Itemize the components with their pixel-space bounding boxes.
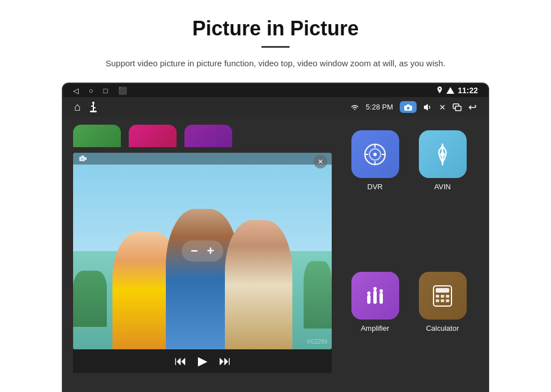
signal-icon xyxy=(446,87,454,94)
skip-back-btn[interactable]: ⏮ xyxy=(174,354,187,368)
svg-point-2 xyxy=(92,102,94,104)
app-label-avin: AVIN xyxy=(434,183,450,191)
pip-cam-icon xyxy=(79,156,87,162)
svg-rect-38 xyxy=(446,299,449,302)
app-item-dvr[interactable]: DVR xyxy=(345,130,405,264)
svg-rect-5 xyxy=(90,111,97,112)
pip-controls: − + xyxy=(182,240,223,262)
usb-icon xyxy=(89,102,98,113)
tree-left xyxy=(73,271,107,327)
svg-rect-37 xyxy=(441,299,444,302)
pip-video: − + ✕ VG2299 xyxy=(73,153,332,349)
title-divider xyxy=(261,46,290,48)
svg-point-13 xyxy=(81,158,83,160)
svg-point-28 xyxy=(367,291,371,295)
svg-rect-11 xyxy=(455,106,461,111)
camera-icon xyxy=(404,104,413,111)
app-label-dvr: DVR xyxy=(367,183,382,191)
home-icon[interactable]: ⌂ xyxy=(74,101,81,113)
svg-point-24 xyxy=(440,152,445,157)
partial-apps-row xyxy=(73,125,332,147)
watermark: VG2299 xyxy=(306,339,327,345)
home-nav-icon[interactable]: ○ xyxy=(89,86,93,95)
back-nav-icon[interactable]: ◁ xyxy=(73,86,79,95)
partial-app-green[interactable] xyxy=(73,125,121,147)
pip-container: − + ✕ VG2299 ⏮ ▶ ⏭ xyxy=(73,153,332,392)
partial-app-pink[interactable] xyxy=(129,125,177,147)
app-item-avin[interactable]: AVIN xyxy=(413,130,472,264)
skip-forward-btn[interactable]: ⏭ xyxy=(219,354,231,368)
svg-point-7 xyxy=(407,107,410,110)
svg-marker-14 xyxy=(81,156,84,157)
app-grid-section: DVR AVIN xyxy=(340,125,478,392)
recents-nav-icon[interactable]: □ xyxy=(103,86,108,95)
svg-point-18 xyxy=(373,153,377,156)
page-subtitle: Support video picture in picture functio… xyxy=(106,57,445,70)
app-bar-time: 5:28 PM xyxy=(366,103,393,111)
play-pause-btn[interactable]: ▶ xyxy=(198,354,207,368)
app-label-calculator: Calculator xyxy=(426,324,459,332)
svg-rect-35 xyxy=(446,295,449,298)
calculator-icon xyxy=(431,284,454,308)
partial-app-purple[interactable] xyxy=(184,125,232,147)
svg-point-29 xyxy=(373,287,377,290)
page-container: Picture in Picture Support video picture… xyxy=(0,0,551,392)
svg-rect-27 xyxy=(380,293,383,304)
pip-close-btn[interactable]: ✕ xyxy=(314,155,327,168)
camera-button[interactable] xyxy=(400,101,417,113)
status-time: 11:22 xyxy=(458,86,478,95)
window-icon[interactable] xyxy=(453,103,462,111)
svg-rect-34 xyxy=(441,295,444,298)
pip-section: − + ✕ VG2299 ⏮ ▶ ⏭ xyxy=(73,125,332,392)
amplifier-icon xyxy=(363,284,387,308)
page-title: Picture in Picture xyxy=(192,17,359,40)
svg-rect-36 xyxy=(436,299,439,302)
app-bar: ⌂ 5:28 PM ✕ ↩ xyxy=(63,97,488,117)
person-3 xyxy=(225,220,292,349)
svg-rect-25 xyxy=(367,295,371,304)
svg-rect-15 xyxy=(85,157,87,160)
app-icon-box-avin xyxy=(419,130,467,178)
app-grid: DVR AVIN xyxy=(345,125,472,392)
pip-plus-btn[interactable]: + xyxy=(207,244,214,258)
playback-controls: ⏮ ▶ ⏭ xyxy=(73,349,332,373)
app-label-amplifier: Amplifier xyxy=(361,324,390,332)
volume-icon[interactable] xyxy=(423,103,432,111)
close-icon-bar[interactable]: ✕ xyxy=(439,103,446,112)
app-icon-box-dvr xyxy=(351,130,399,178)
status-bar-right: 11:22 xyxy=(436,86,478,95)
svg-point-30 xyxy=(380,289,383,293)
svg-rect-33 xyxy=(436,295,439,298)
dvr-icon xyxy=(363,142,387,167)
main-content: − + ✕ VG2299 ⏮ ▶ ⏭ xyxy=(63,117,488,392)
pip-minus-btn[interactable]: − xyxy=(191,244,198,258)
app-bar-left: ⌂ xyxy=(74,101,98,113)
status-bar-left: ◁ ○ □ ⬛ xyxy=(73,86,127,95)
location-icon xyxy=(436,86,443,94)
app-bar-right: 5:28 PM ✕ ↩ xyxy=(350,101,477,113)
app-icon-box-calculator xyxy=(419,272,467,320)
svg-marker-0 xyxy=(446,87,454,94)
pip-people xyxy=(73,192,332,349)
tree-right xyxy=(304,261,332,329)
svg-marker-9 xyxy=(424,104,428,111)
pip-overlay-bar xyxy=(73,153,332,165)
svg-marker-8 xyxy=(407,104,410,106)
device-frame: ◁ ○ □ ⬛ 11:22 ⌂ 5:28 PM xyxy=(62,83,489,392)
svg-rect-26 xyxy=(373,290,377,304)
back-icon-bar[interactable]: ↩ xyxy=(468,101,477,113)
status-bar: ◁ ○ □ ⬛ 11:22 xyxy=(63,84,488,97)
app-item-calculator[interactable]: Calculator xyxy=(413,272,472,392)
svg-rect-32 xyxy=(436,288,449,293)
app-item-amplifier[interactable]: Amplifier xyxy=(345,272,405,392)
avin-icon xyxy=(431,142,454,167)
media-nav-icon[interactable]: ⬛ xyxy=(118,86,127,95)
wifi-icon-bar xyxy=(350,104,359,111)
app-icon-box-amplifier xyxy=(351,272,399,320)
